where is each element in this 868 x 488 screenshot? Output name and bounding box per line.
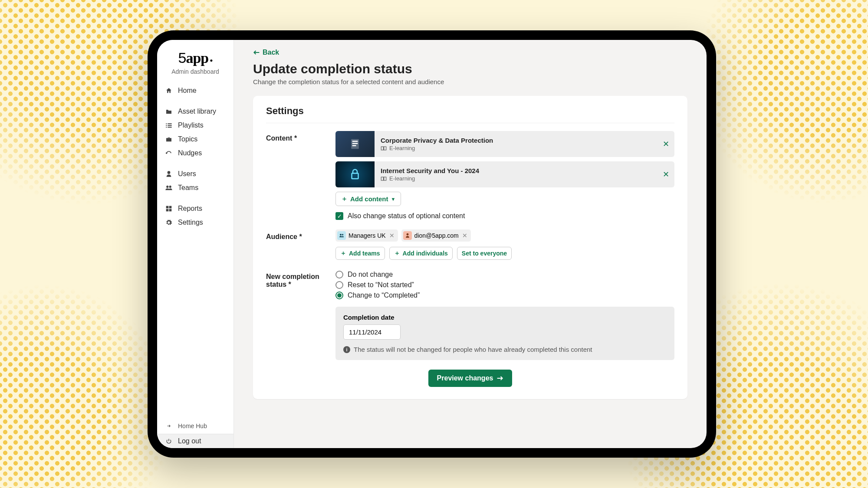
sidebar-item-teams[interactable]: Teams — [157, 181, 233, 195]
remove-chip-button[interactable]: ✕ — [461, 232, 468, 239]
close-icon: ✕ — [663, 140, 669, 148]
home-icon — [165, 87, 173, 94]
sidebar-item-label: Topics — [178, 135, 197, 143]
radio-label: Change to “Completed” — [348, 291, 420, 299]
svg-rect-17 — [352, 145, 356, 147]
preview-changes-button[interactable]: Preview changes — [428, 370, 513, 387]
info-icon: i — [343, 346, 350, 353]
sidebar-logout[interactable]: Log out — [157, 434, 233, 448]
audience-label: Audience * — [266, 229, 326, 260]
info-text: The status will not be changed for peopl… — [354, 346, 592, 353]
content-type: E-learning — [389, 175, 415, 182]
sidebar-item-label: Home — [178, 87, 197, 95]
user-icon — [403, 231, 412, 240]
chip-label: dion@5app.com — [414, 232, 459, 239]
set-to-everyone-button[interactable]: Set to everyone — [457, 247, 512, 260]
content-thumb-icon — [335, 131, 375, 157]
svg-rect-11 — [169, 206, 172, 209]
svg-rect-10 — [166, 206, 169, 209]
sidebar-item-users[interactable]: Users — [157, 167, 233, 181]
sidebar: 5app● Admin dashboard Home — [157, 40, 234, 448]
sidebar-item-settings[interactable]: Settings — [157, 216, 233, 229]
folder-icon — [165, 108, 173, 115]
sidebar-item-label: Asset library — [178, 108, 216, 115]
status-label: New completion status * — [266, 269, 326, 360]
button-label: Preview changes — [437, 374, 493, 382]
svg-point-6 — [166, 153, 167, 154]
svg-point-19 — [340, 234, 342, 236]
svg-rect-18 — [352, 174, 358, 179]
sidebar-home-hub[interactable]: Home Hub — [157, 418, 233, 434]
status-option-no-change[interactable]: Do not change — [335, 269, 674, 280]
button-label: Add individuals — [403, 250, 448, 257]
sidebar-item-label: Home Hub — [178, 422, 207, 429]
svg-point-7 — [168, 171, 171, 174]
sidebar-item-label: Teams — [178, 184, 198, 192]
back-link[interactable]: Back — [253, 49, 279, 56]
svg-rect-16 — [352, 143, 358, 144]
add-individuals-button[interactable]: ＋ Add individuals — [389, 247, 453, 260]
logo: 5app● — [157, 46, 233, 68]
list-icon — [165, 122, 173, 128]
sidebar-item-asset-library[interactable]: Asset library — [157, 105, 233, 118]
completion-date-input[interactable] — [343, 324, 401, 340]
external-icon — [165, 423, 173, 429]
content-title: Internet Security and You - 2024 — [381, 167, 651, 174]
content-item: Internet Security and You - 2024 E-learn… — [335, 161, 674, 187]
gear-icon — [165, 219, 173, 226]
radio-unchecked-icon — [335, 281, 343, 289]
sidebar-item-label: Log out — [178, 437, 201, 445]
settings-card: Settings Content * Corporate Privacy & D… — [253, 96, 687, 399]
plus-icon: ＋ — [340, 249, 346, 257]
svg-rect-12 — [166, 209, 169, 212]
svg-rect-4 — [166, 127, 167, 128]
audience-chip-user: dion@5app.com ✕ — [401, 229, 471, 242]
sidebar-item-label: Settings — [178, 219, 203, 226]
status-option-reset[interactable]: Reset to “Not started” — [335, 280, 674, 290]
book-icon — [381, 176, 387, 181]
close-icon: ✕ — [663, 170, 669, 179]
book-icon — [381, 146, 387, 151]
svg-point-21 — [406, 233, 408, 236]
sidebar-item-reports[interactable]: Reports — [157, 202, 233, 216]
plus-icon: ＋ — [394, 249, 400, 257]
completion-date-panel: Completion date i The status will not be… — [335, 307, 674, 360]
add-content-button[interactable]: ＋ Add content ▼ — [335, 192, 401, 206]
sidebar-item-label: Nudges — [178, 149, 202, 157]
sidebar-subtitle: Admin dashboard — [157, 68, 233, 75]
nudge-icon — [165, 150, 173, 157]
button-label: Add content — [350, 195, 388, 203]
sidebar-item-topics[interactable]: Topics — [157, 132, 233, 146]
completion-date-label: Completion date — [343, 314, 667, 321]
grid-icon — [165, 206, 173, 212]
form-row-status: New completion status * Do not change Re… — [266, 269, 674, 360]
svg-rect-5 — [168, 127, 171, 128]
svg-point-20 — [342, 234, 344, 236]
button-label: Add teams — [349, 250, 380, 257]
card-heading: Settings — [266, 105, 674, 123]
radio-label: Reset to “Not started” — [348, 281, 414, 289]
back-label: Back — [263, 49, 279, 56]
svg-rect-15 — [352, 141, 358, 142]
remove-content-button[interactable]: ✕ — [657, 170, 674, 179]
sidebar-item-home[interactable]: Home — [157, 84, 233, 98]
content-thumb-icon — [335, 161, 375, 187]
radio-checked-icon — [335, 291, 343, 299]
audience-chip-team: Managers UK ✕ — [335, 229, 398, 242]
remove-chip-button[interactable]: ✕ — [388, 232, 395, 239]
svg-rect-3 — [168, 125, 171, 126]
content-title: Corporate Privacy & Data Protection — [381, 137, 651, 144]
status-option-completed[interactable]: Change to “Completed” — [335, 290, 674, 301]
svg-point-8 — [166, 186, 168, 188]
sidebar-item-playlists[interactable]: Playlists — [157, 118, 233, 132]
add-teams-button[interactable]: ＋ Add teams — [335, 247, 385, 260]
sidebar-item-nudges[interactable]: Nudges — [157, 146, 233, 160]
checkbox-label: Also change status of optional content — [348, 212, 465, 220]
content-item: Corporate Privacy & Data Protection E-le… — [335, 131, 674, 157]
sidebar-item-label: Reports — [178, 205, 202, 213]
plus-icon: ＋ — [341, 195, 348, 203]
optional-content-checkbox[interactable]: ✓ Also change status of optional content — [335, 212, 674, 220]
remove-content-button[interactable]: ✕ — [657, 139, 674, 149]
svg-point-9 — [169, 186, 171, 188]
svg-rect-1 — [168, 123, 171, 124]
